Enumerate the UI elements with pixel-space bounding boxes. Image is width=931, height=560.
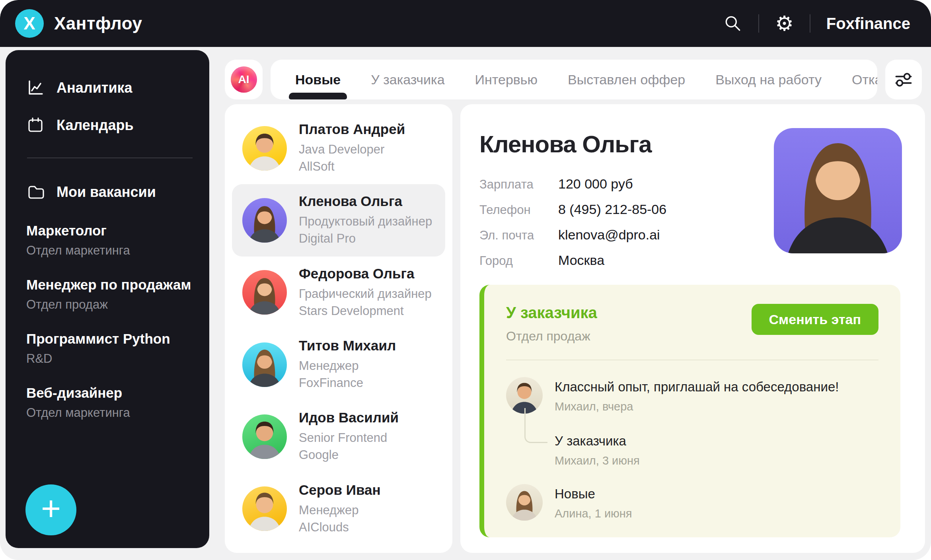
- app-window: X Хантфлоу ⚙ Foxfinance: [0, 0, 931, 560]
- vacancy-title: Маркетолог: [26, 223, 195, 239]
- sidebar: Аналитика Календарь Мои вакансии Маркето…: [6, 50, 209, 548]
- avatar: [242, 342, 287, 387]
- candidate-name: Платов Андрей: [299, 121, 405, 137]
- stage-change-text: У заказчика: [555, 434, 878, 449]
- stage-divider: [506, 360, 878, 360]
- candidate-company: AIClouds: [299, 519, 381, 536]
- huntflow-logo-icon: X: [15, 9, 44, 38]
- vacancy-item[interactable]: Программист Python R&D: [26, 331, 195, 366]
- topbar: X Хантфлоу ⚙ Foxfinance: [0, 0, 931, 47]
- candidate-row[interactable]: Платов Андрей Java Developer AllSoft: [232, 112, 445, 184]
- tab-new[interactable]: Новые: [280, 60, 356, 99]
- timeline: Классный опыт, приглашай на собеседовани…: [506, 377, 878, 521]
- tab-offer-sent[interactable]: Выставлен оффер: [553, 60, 700, 99]
- candidate-company: Google: [299, 446, 399, 463]
- sidebar-divider: [27, 158, 193, 158]
- ai-icon: AI: [231, 66, 257, 93]
- stage-header: У заказчика Отдел продаж Сменить этап: [506, 304, 878, 344]
- topbar-actions: ⚙ Foxfinance: [723, 13, 910, 34]
- candidate-company: Stars Development: [299, 302, 432, 319]
- tab-at-client[interactable]: У заказчика: [356, 60, 460, 99]
- candidate-row[interactable]: Идов Василий Senior Frontend Google: [232, 401, 445, 472]
- change-stage-button[interactable]: Сменить этап: [752, 304, 878, 335]
- candidate-name: Титов Михаил: [299, 338, 396, 354]
- folder-icon: [26, 183, 45, 201]
- account-name[interactable]: Foxfinance: [826, 15, 910, 33]
- vacancy-title: Программист Python: [26, 331, 195, 347]
- vacancy-department: Отдел продаж: [26, 298, 195, 312]
- candidate-name: Серов Иван: [299, 482, 381, 498]
- brand: X Хантфлоу: [15, 9, 142, 38]
- vacancy-title: Менеджер по продажам: [26, 277, 195, 293]
- vacancy-item[interactable]: Веб-дизайнер Отдел маркетинга: [26, 385, 195, 420]
- avatar: [242, 198, 287, 243]
- candidate-company: FoxFinance: [299, 374, 396, 391]
- search-icon[interactable]: [723, 14, 742, 33]
- candidate-row[interactable]: Титов Михаил Менеджер FoxFinance: [232, 329, 445, 401]
- candidate-row[interactable]: Серов Иван Менеджер AIClouds: [232, 473, 445, 545]
- candidate-company: AllSoft: [299, 158, 405, 175]
- sidebar-item-label: Мои вакансии: [56, 184, 156, 200]
- sidebar-item-label: Календарь: [56, 117, 134, 134]
- topbar-divider: [810, 14, 810, 33]
- stage-change-text: Новые: [555, 486, 632, 502]
- timeline-entry-child: У заказчика Михаил, 3 июня: [524, 431, 878, 467]
- vacancy-item[interactable]: Менеджер по продажам Отдел продаж: [26, 277, 195, 312]
- avatar: [506, 484, 543, 521]
- candidate-role: Менеджер: [299, 357, 396, 374]
- ai-assistant-button[interactable]: AI: [225, 60, 263, 99]
- candidate-role: Продуктовый дизайнер: [299, 213, 432, 230]
- candidate-row[interactable]: Федорова Ольга Графический дизайнер Star…: [232, 257, 445, 329]
- candidate-company: Digital Pro: [299, 230, 432, 247]
- comment-meta: Михаил, вчера: [555, 400, 839, 413]
- topbar-divider: [758, 14, 759, 33]
- stage-card: У заказчика Отдел продаж Сменить этап Кл…: [479, 285, 900, 537]
- vacancy-department: Отдел маркетинга: [26, 406, 195, 420]
- candidate-role: Графический дизайнер: [299, 285, 432, 302]
- tab-start-work[interactable]: Выход на работу: [700, 60, 837, 99]
- app-title: Хантфлоу: [54, 14, 142, 33]
- field-label: Город: [479, 254, 547, 268]
- candidate-detail-panel: Кленова Ольга Зарплата 120 000 руб Телеф…: [460, 104, 925, 553]
- candidate-name: Федорова Ольга: [299, 266, 432, 282]
- candidate-role: Java Developer: [299, 141, 405, 158]
- candidate-row-selected[interactable]: Кленова Ольга Продуктовый дизайнер Digit…: [232, 184, 445, 256]
- stage-tabs: Новые У заказчика Интервью Выставлен офф…: [271, 60, 877, 99]
- tab-rejected[interactable]: Отказ: [837, 60, 877, 99]
- tab-interview[interactable]: Интервью: [460, 60, 553, 99]
- candidate-list: Платов Андрей Java Developer AllSoft Кле…: [225, 104, 452, 553]
- comment-text: Классный опыт, приглашай на собеседовани…: [555, 379, 839, 395]
- candidate-name: Кленова Ольга: [299, 193, 432, 209]
- calendar-icon: [26, 116, 45, 134]
- filter-button[interactable]: [885, 60, 922, 99]
- thread-connector-line: [524, 408, 547, 443]
- field-label: Зарплата: [479, 177, 547, 192]
- stage-change-meta: Михаил, 3 июня: [555, 454, 878, 467]
- avatar: [242, 126, 287, 171]
- sidebar-item-calendar[interactable]: Календарь: [26, 116, 195, 134]
- add-vacancy-button[interactable]: +: [25, 484, 76, 535]
- timeline-entry: Новые Алина, 1 июня: [506, 484, 878, 521]
- page-background: X Хантфлоу ⚙ Foxfinance: [0, 0, 931, 560]
- stage-subtitle: Отдел продаж: [506, 329, 597, 344]
- avatar: [242, 486, 287, 531]
- timeline-entry: Классный опыт, приглашай на собеседовани…: [506, 377, 878, 414]
- candidate-role: Senior Frontend: [299, 429, 399, 446]
- sidebar-item-analytics[interactable]: Аналитика: [26, 79, 195, 97]
- filter-sliders-icon: [894, 70, 913, 89]
- sidebar-item-my-vacancies[interactable]: Мои вакансии: [26, 183, 195, 201]
- candidate-photo: [774, 128, 902, 253]
- gear-icon[interactable]: ⚙: [775, 13, 794, 34]
- field-value-city: Москва: [558, 253, 900, 268]
- avatar: [242, 270, 287, 315]
- plus-icon: +: [41, 491, 61, 525]
- candidate-name: Идов Василий: [299, 410, 399, 426]
- logo-letter: X: [23, 14, 35, 33]
- field-label: Эл. почта: [479, 228, 547, 243]
- ai-label: AI: [238, 73, 249, 86]
- sidebar-item-label: Аналитика: [56, 80, 132, 96]
- vacancy-department: Отдел маркетинга: [26, 243, 195, 258]
- stage-title: У заказчика: [506, 304, 597, 322]
- vacancy-item[interactable]: Маркетолог Отдел маркетинга: [26, 223, 195, 258]
- stage-change-meta: Алина, 1 июня: [555, 507, 632, 520]
